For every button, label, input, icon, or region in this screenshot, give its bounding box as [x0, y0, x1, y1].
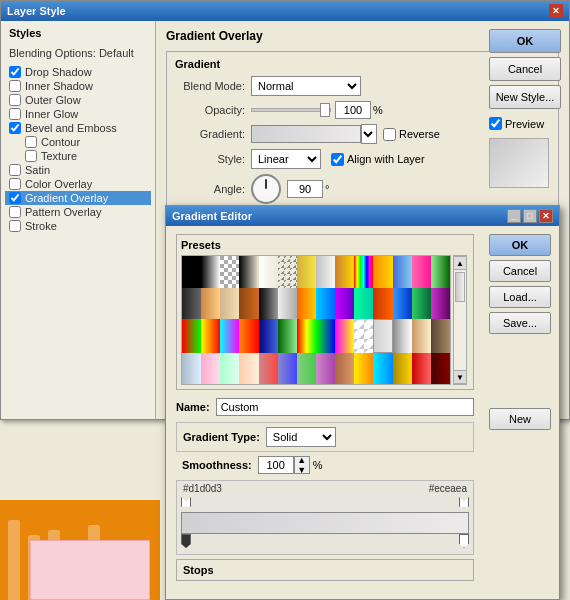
- ge-save-button[interactable]: Save...: [489, 312, 551, 334]
- style-item-inner-glow[interactable]: Inner Glow: [5, 107, 151, 121]
- cancel-button[interactable]: Cancel: [489, 57, 561, 81]
- swatch-19[interactable]: [278, 288, 297, 320]
- smoothness-input[interactable]: [258, 456, 294, 474]
- swatch-34[interactable]: [297, 319, 316, 353]
- opacity-slider[interactable]: [251, 108, 331, 112]
- swatch-36[interactable]: [335, 319, 354, 353]
- color-overlay-checkbox[interactable]: [9, 178, 21, 190]
- swatch-6[interactable]: [297, 256, 316, 288]
- swatch-32[interactable]: [259, 319, 278, 353]
- swatch-24[interactable]: [373, 288, 392, 320]
- style-item-texture[interactable]: Texture: [5, 149, 151, 163]
- texture-checkbox[interactable]: [25, 150, 37, 162]
- swatch-37[interactable]: [354, 319, 373, 353]
- color-stop-marker-right[interactable]: [459, 534, 469, 548]
- opacity-stop-right[interactable]: [459, 497, 469, 511]
- swatch-53[interactable]: [393, 353, 412, 385]
- ok-button[interactable]: OK: [489, 29, 561, 53]
- preview-checkbox[interactable]: [489, 117, 502, 130]
- swatch-5[interactable]: [278, 256, 297, 288]
- style-item-bevel-emboss[interactable]: Bevel and Emboss: [5, 121, 151, 135]
- gradient-dropdown[interactable]: ▼: [361, 124, 377, 144]
- color-stop-marker-left[interactable]: [181, 534, 191, 548]
- swatch-11[interactable]: [393, 256, 412, 288]
- gradient-bar[interactable]: [181, 512, 469, 534]
- satin-checkbox[interactable]: [9, 164, 21, 176]
- pattern-overlay-checkbox[interactable]: [9, 206, 21, 218]
- swatch-9[interactable]: [354, 256, 373, 288]
- inner-shadow-checkbox[interactable]: [9, 80, 21, 92]
- gradient-overlay-checkbox[interactable]: [9, 192, 21, 204]
- stroke-checkbox[interactable]: [9, 220, 21, 232]
- swatch-54[interactable]: [412, 353, 431, 385]
- swatch-39[interactable]: [393, 319, 412, 353]
- style-select[interactable]: Linear: [251, 149, 321, 169]
- swatch-29[interactable]: [201, 319, 220, 353]
- align-with-layer-checkbox[interactable]: [331, 153, 344, 166]
- swatch-15[interactable]: [201, 288, 220, 320]
- opacity-stop-left[interactable]: [181, 497, 191, 511]
- blending-options-label[interactable]: Blending Options: Default: [5, 45, 151, 61]
- gradient-preview[interactable]: [251, 125, 361, 143]
- swatch-44[interactable]: [220, 353, 239, 385]
- maximize-icon[interactable]: □: [523, 209, 537, 223]
- swatch-51[interactable]: [354, 353, 373, 385]
- swatch-46[interactable]: [259, 353, 278, 385]
- swatch-40[interactable]: [412, 319, 431, 353]
- style-item-satin[interactable]: Satin: [5, 163, 151, 177]
- scroll-up-btn[interactable]: ▲: [453, 256, 467, 270]
- swatch-13[interactable]: [431, 256, 450, 288]
- swatch-23[interactable]: [354, 288, 373, 320]
- scroll-thumb[interactable]: [455, 272, 465, 302]
- ge-load-button[interactable]: Load...: [489, 286, 551, 308]
- swatch-50[interactable]: [335, 353, 354, 385]
- swatch-48[interactable]: [297, 353, 316, 385]
- gradient-type-select[interactable]: Solid: [266, 427, 336, 447]
- swatch-2[interactable]: [220, 256, 239, 288]
- swatch-17[interactable]: [239, 288, 258, 320]
- style-item-pattern-overlay[interactable]: Pattern Overlay: [5, 205, 151, 219]
- style-item-outer-glow[interactable]: Outer Glow: [5, 93, 151, 107]
- swatch-55[interactable]: [431, 353, 450, 385]
- swatch-20[interactable]: [297, 288, 316, 320]
- swatch-8[interactable]: [335, 256, 354, 288]
- swatch-26[interactable]: [412, 288, 431, 320]
- swatch-49[interactable]: [316, 353, 335, 385]
- reverse-checkbox[interactable]: [383, 128, 396, 141]
- swatch-18[interactable]: [259, 288, 278, 320]
- ge-ok-button[interactable]: OK: [489, 234, 551, 256]
- swatch-42[interactable]: [182, 353, 201, 385]
- ge-new-button[interactable]: New: [489, 408, 551, 430]
- swatch-25[interactable]: [393, 288, 412, 320]
- outer-glow-checkbox[interactable]: [9, 94, 21, 106]
- swatch-31[interactable]: [239, 319, 258, 353]
- close-icon[interactable]: ✕: [539, 209, 553, 223]
- swatch-22[interactable]: [335, 288, 354, 320]
- swatch-47[interactable]: [278, 353, 297, 385]
- swatch-33[interactable]: [278, 319, 297, 353]
- style-item-color-overlay[interactable]: Color Overlay: [5, 177, 151, 191]
- style-item-inner-shadow[interactable]: Inner Shadow: [5, 79, 151, 93]
- swatch-45[interactable]: [239, 353, 258, 385]
- swatch-30[interactable]: [220, 319, 239, 353]
- angle-dial[interactable]: [251, 174, 281, 204]
- close-icon[interactable]: ✕: [549, 4, 563, 18]
- swatch-28[interactable]: [182, 319, 201, 353]
- swatch-10[interactable]: [373, 256, 392, 288]
- swatch-35[interactable]: [316, 319, 335, 353]
- swatch-16[interactable]: [220, 288, 239, 320]
- contour-checkbox[interactable]: [25, 136, 37, 148]
- swatch-52[interactable]: [373, 353, 392, 385]
- swatch-27[interactable]: [431, 288, 450, 320]
- inner-glow-checkbox[interactable]: [9, 108, 21, 120]
- swatch-3[interactable]: [239, 256, 258, 288]
- style-item-gradient-overlay[interactable]: Gradient Overlay: [5, 191, 151, 205]
- drop-shadow-checkbox[interactable]: [9, 66, 21, 78]
- swatch-1[interactable]: [201, 256, 220, 288]
- bevel-emboss-checkbox[interactable]: [9, 122, 21, 134]
- swatch-38[interactable]: [373, 319, 392, 353]
- swatch-41[interactable]: [431, 319, 450, 353]
- swatch-7[interactable]: [316, 256, 335, 288]
- ge-cancel-button[interactable]: Cancel: [489, 260, 551, 282]
- scroll-down-btn[interactable]: ▼: [453, 370, 467, 384]
